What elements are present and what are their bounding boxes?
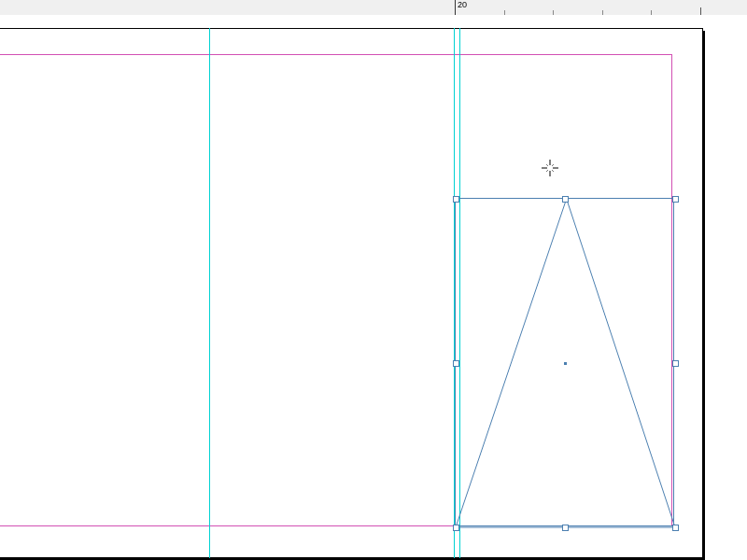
- selection-handle[interactable]: [562, 196, 569, 203]
- document-canvas[interactable]: [0, 15, 747, 560]
- selection-handle[interactable]: [672, 196, 679, 203]
- selection-center-icon: [564, 362, 567, 365]
- selection-handle[interactable]: [672, 360, 679, 367]
- selected-triangle-shape[interactable]: [455, 198, 674, 526]
- ruler-tick-label: 20: [458, 1, 467, 9]
- selection-handle[interactable]: [672, 525, 679, 531]
- ruler-major-tick: 20: [455, 0, 456, 15]
- selection-handle[interactable]: [453, 196, 459, 203]
- page-shadow-right-icon: [702, 31, 705, 560]
- selection-handle[interactable]: [453, 525, 459, 531]
- ruler-half-tick: [700, 7, 701, 15]
- selection-handle[interactable]: [562, 525, 569, 531]
- selection-handle[interactable]: [453, 360, 459, 367]
- horizontal-ruler[interactable]: 2040608010012014016018020022024026028030…: [0, 0, 747, 16]
